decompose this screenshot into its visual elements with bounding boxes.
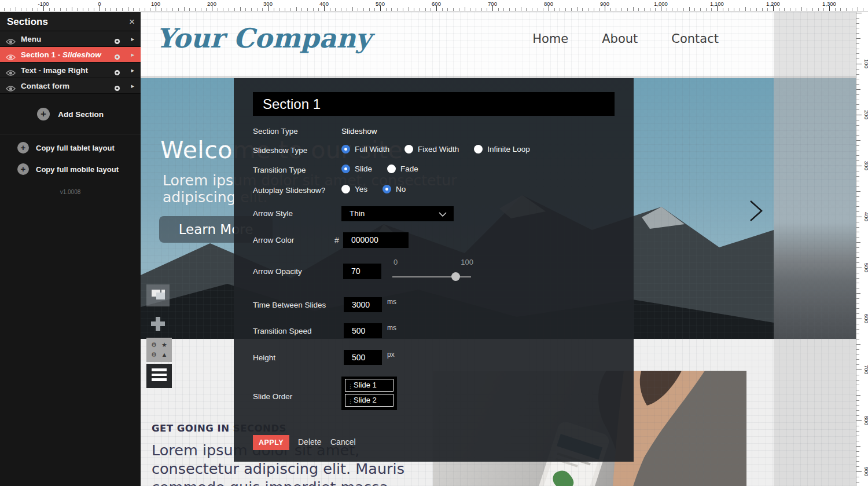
nav-item-home[interactable]: Home	[532, 32, 568, 46]
radio-icon	[474, 145, 483, 154]
divider	[0, 134, 141, 134]
slideshow-next-arrow-icon[interactable]	[749, 199, 764, 225]
radio-icon	[382, 185, 391, 193]
radio-option-fade[interactable]: Fade	[387, 165, 418, 173]
slideshow-type-label: Slideshow Type	[253, 146, 307, 155]
radio-icon	[341, 165, 350, 173]
eye-icon[interactable]	[6, 82, 16, 97]
chevron-right-icon[interactable]: ▸	[131, 78, 134, 94]
sidebar-item-menu[interactable]: Menu▸	[0, 31, 141, 47]
ms-unit: ms	[387, 298, 396, 306]
radio-icon	[341, 185, 350, 193]
slide-order-label: Slide Order	[253, 392, 292, 401]
hamburger-menu-icon[interactable]	[146, 364, 172, 388]
star-glyph: ★	[161, 342, 167, 348]
height-label: Height	[253, 353, 275, 362]
plus-icon: +	[17, 163, 29, 175]
sidebar-item-contact-form[interactable]: Contact form▸	[0, 78, 141, 94]
arrow-opacity-input[interactable]: 70	[343, 264, 381, 279]
section-settings-modal: Section 1 Section Type Slideshow Slidesh…	[234, 78, 634, 462]
chevron-down-icon	[439, 212, 447, 217]
widgets-grid-icon[interactable]: ⚙ ★ ⚙ ▲	[146, 338, 172, 362]
gear-icon[interactable]	[113, 82, 122, 97]
radio-option-fixed-width[interactable]: Fixed Width	[404, 145, 459, 154]
site-header: Your Company HomeAboutContact	[141, 12, 774, 76]
autoplay-radios: YesNo	[341, 185, 421, 193]
radio-option-no[interactable]: No	[382, 185, 406, 193]
sidebar-item-text-image-right[interactable]: Text - Image Right▸	[0, 63, 141, 78]
arrow-color-label: Arrow Color	[253, 236, 294, 244]
slider-thumb[interactable]	[451, 272, 460, 281]
version-label: v1.0008	[0, 189, 141, 195]
drag-handle-icon[interactable]: ⋮	[348, 396, 353, 407]
radio-icon	[404, 145, 413, 154]
chevron-right-icon[interactable]: ▸	[131, 47, 134, 63]
add-element-icon[interactable]	[146, 316, 170, 332]
copy-layout-button-tablet[interactable]: +Copy full tablet layout	[17, 142, 115, 154]
drag-handle-icon[interactable]: ⋮	[348, 381, 353, 392]
arrow-opacity-slider: 0 100	[392, 258, 473, 281]
slideshow-settings-icon[interactable]	[146, 284, 170, 306]
time-between-slides-label: Time Between Slides	[253, 301, 326, 309]
section-list: Menu▸Section 1 - Slideshow▸Text - Image …	[0, 31, 141, 94]
nav-item-contact[interactable]: Contact	[671, 32, 719, 46]
cancel-button[interactable]: Cancel	[330, 437, 356, 447]
sidebar-item-label: Text - Image Right	[21, 63, 88, 78]
slider-min-label: 0	[393, 258, 398, 266]
slideshow-type-radios: Full WidthFixed WidthInfinite Loop	[341, 145, 545, 154]
hash-prefix: #	[334, 236, 339, 245]
radio-icon	[341, 145, 350, 154]
add-section-button[interactable]: + Add Section	[0, 108, 141, 120]
nav-item-about[interactable]: About	[602, 32, 638, 46]
close-icon[interactable]: ×	[129, 12, 135, 31]
gear-glyph: ⚙	[151, 342, 157, 348]
arrow-color-input[interactable]: 000000	[343, 232, 409, 248]
slide-order-list: ⋮Slide 1⋮Slide 2	[341, 377, 397, 410]
gear-icon[interactable]	[113, 37, 122, 46]
site-nav: HomeAboutContact	[532, 32, 719, 46]
sidebar-item-label: Contact form	[21, 78, 69, 94]
radio-option-infinite-loop[interactable]: Infinite Loop	[474, 145, 530, 154]
radio-option-slide[interactable]: Slide	[341, 165, 372, 173]
sidebar-item-label: Section 1 - Slideshow	[21, 47, 101, 63]
copy-layout-button-mobile[interactable]: +Copy full mobile layout	[17, 163, 119, 175]
sidebar-item-section-1[interactable]: Section 1 - Slideshow▸	[0, 47, 141, 63]
horizontal-ruler: -10001002003004005006007008009001,0001,1…	[0, 0, 868, 12]
plus-icon: +	[17, 142, 29, 154]
gear-icon[interactable]	[113, 84, 122, 93]
section-title-input[interactable]: Section 1	[253, 92, 615, 116]
chevron-right-icon[interactable]: ▸	[131, 63, 134, 78]
offpage-gray-zone	[774, 12, 856, 486]
gear-glyph: ⚙	[151, 352, 157, 358]
height-input[interactable]: 500	[344, 350, 382, 365]
arrow-opacity-label: Arrow Opacity	[253, 267, 302, 276]
transition-speed-input[interactable]: 500	[344, 323, 382, 338]
chevron-right-icon[interactable]: ▸	[131, 31, 134, 47]
radio-option-yes[interactable]: Yes	[341, 185, 367, 193]
eye-icon	[6, 69, 16, 77]
triangle-glyph: ▲	[161, 352, 168, 358]
gear-icon[interactable]	[113, 53, 122, 61]
paragraph-line: commodo quis imperdiet massa	[152, 478, 404, 486]
arrow-style-label: Arrow Style	[253, 209, 293, 218]
radio-option-full-width[interactable]: Full Width	[341, 145, 389, 154]
transition-speed-label: Transition Speed	[253, 327, 312, 335]
eye-icon	[6, 53, 16, 61]
sections-panel-title: Sections	[0, 16, 48, 27]
time-between-slides-input[interactable]: 3000	[344, 297, 382, 312]
arrow-style-value: Thin	[341, 206, 454, 221]
slide-order-item-slide-1[interactable]: ⋮Slide 1	[345, 379, 393, 392]
slide-order-item-slide-2[interactable]: ⋮Slide 2	[345, 394, 393, 407]
eye-icon	[6, 85, 16, 93]
site-logo[interactable]: Your Company	[156, 23, 371, 54]
gear-icon[interactable]	[113, 68, 122, 77]
delete-button[interactable]: Delete	[298, 437, 321, 447]
arrow-style-dropdown[interactable]: Thin	[341, 206, 454, 221]
apply-button[interactable]: APPLY	[253, 435, 289, 450]
section-type-value: Slideshow	[341, 127, 377, 136]
ms-unit: ms	[387, 324, 396, 332]
vertical-ruler: 100200300400500600700800900	[856, 12, 868, 486]
plus-icon: +	[37, 108, 50, 120]
sections-panel-header: Sections ×	[0, 12, 141, 31]
slider-max-label: 100	[461, 258, 473, 266]
